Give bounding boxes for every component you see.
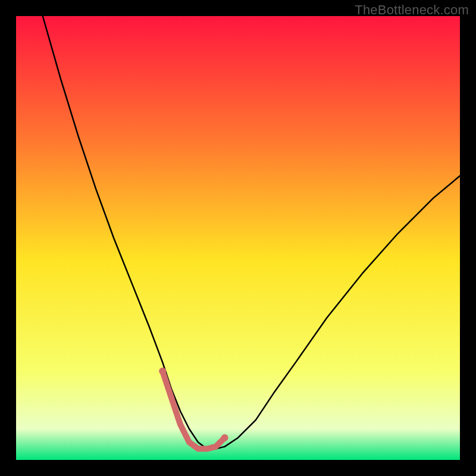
- watermark-text: TheBottleneck.com: [355, 2, 469, 18]
- highlight-endpoint-dot: [221, 434, 228, 441]
- plot-area: [16, 16, 460, 460]
- chart-svg: [16, 16, 460, 460]
- highlight-endpoint-dot: [159, 368, 166, 375]
- chart-frame: TheBottleneck.com: [0, 0, 476, 476]
